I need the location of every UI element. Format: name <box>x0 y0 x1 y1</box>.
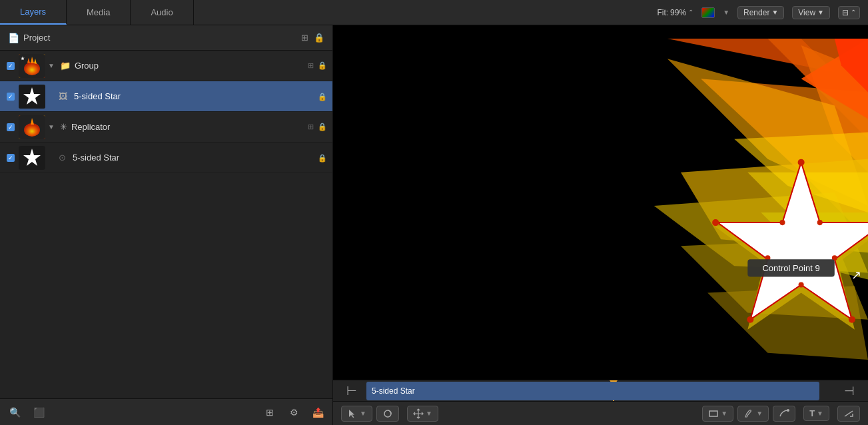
svg-point-30 <box>798 159 805 166</box>
layer-row-5star-2[interactable]: ✓ ⊙ 5-sided Star 🔒 <box>0 143 332 173</box>
layer-info-group: ▼ 📁 Group <box>48 61 305 71</box>
tab-layers[interactable]: Layers <box>0 0 67 25</box>
layer-checkbox-group[interactable]: ✓ <box>5 61 16 71</box>
svg-point-34 <box>712 219 719 226</box>
expand-group[interactable]: ▼ <box>48 62 55 69</box>
layers-panel: 📄 Project ⊞ 🔒 ✓ <box>0 25 333 425</box>
layer-row-5star-1[interactable]: ✓ 🖼 5-sided Star 🔒 <box>0 81 332 112</box>
left-panel-bottom-toolbar: 🔍 ⬛ ⊞ ⚙ 📤 <box>0 398 332 425</box>
svg-point-35 <box>817 220 823 225</box>
pan-tool-btn[interactable]: ▼ <box>407 406 438 422</box>
panel-header: 📄 Project ⊞ 🔒 <box>0 25 332 51</box>
canvas-viewport[interactable]: Control Point 9 ↗ <box>333 25 868 380</box>
pan-tools: ▼ <box>407 406 438 422</box>
svg-point-37 <box>799 282 804 287</box>
svg-point-1 <box>24 62 40 75</box>
canvas-svg: Control Point 9 ↗ <box>333 25 868 380</box>
layer-lock-5star-2[interactable]: 🔒 <box>318 153 327 163</box>
svg-rect-44 <box>709 411 717 416</box>
path-tool-btn[interactable] <box>773 406 795 422</box>
svg-point-39 <box>780 220 785 225</box>
more-tools-btn[interactable] <box>837 406 860 422</box>
layer-info-5star-1: 🖼 5-sided Star <box>59 91 315 101</box>
layout-button[interactable]: ⊟ ⌃ <box>838 6 860 19</box>
toolbar-right: Fit: 99% ⌃ ▼ Render ▼ View ▼ ⊟ ⌃ <box>657 6 868 19</box>
render-button[interactable]: Render ▼ <box>737 6 784 19</box>
top-bar: Layers Media Audio Fit: 99% ⌃ ▼ Render ▼… <box>0 0 868 25</box>
layer-checkbox-5star-1[interactable]: ✓ <box>5 91 16 102</box>
layer-lock-5star-1[interactable]: 🔒 <box>318 92 327 101</box>
grid-button[interactable]: ⊞ <box>260 404 279 421</box>
gear-button[interactable]: ⚙ <box>284 404 303 421</box>
svg-point-32 <box>849 316 855 323</box>
layer-checkbox-replicator[interactable]: ✓ <box>5 122 16 133</box>
color-swatch[interactable] <box>701 7 715 18</box>
canvas-bottom-toolbar: ▼ ▼ ▼ <box>333 401 868 425</box>
select-tool-btn[interactable]: ▼ <box>341 406 372 422</box>
out-point-marker[interactable]: ⊣ <box>844 384 855 398</box>
canvas-area: Control Point 9 ↗ ⊢ ⊣ 5-sided Star <box>333 25 868 425</box>
svg-text:↗: ↗ <box>851 268 861 282</box>
timeline: ⊢ ⊣ 5-sided Star ▼ <box>333 380 868 425</box>
main-area: 📄 Project ⊞ 🔒 ✓ <box>0 25 868 425</box>
layer-row-replicator[interactable]: ✓ <box>0 112 332 143</box>
layer-thumb-5star-2 <box>19 146 45 170</box>
svg-point-9 <box>24 123 40 137</box>
orbit-tool-btn[interactable] <box>376 406 399 422</box>
text-tool-btn[interactable]: T ▼ <box>803 406 829 421</box>
transform-tools: ▼ <box>341 406 399 422</box>
layers-list: ✓ <box>0 51 332 398</box>
svg-point-33 <box>747 316 753 323</box>
timeline-bar-5star[interactable]: 5-sided Star <box>366 382 819 400</box>
layer-info-5star-2: ⊙ 5-sided Star <box>59 153 315 163</box>
view-button[interactable]: View ▼ <box>792 6 830 19</box>
layer-thumb-replicator <box>19 115 45 139</box>
layer-info-replicator: ▼ ✳ Replicator <box>48 122 305 132</box>
layer-lock-replicator[interactable]: ⊞ 🔒 <box>308 123 327 131</box>
paint-tool-btn[interactable]: ▼ <box>737 406 769 422</box>
layers-view-button[interactable]: ⬛ <box>29 404 48 421</box>
export-button[interactable]: 📤 <box>308 404 327 421</box>
layer-row-group[interactable]: ✓ <box>0 51 332 81</box>
panel-title: 📄 Project <box>8 33 50 43</box>
timeline-track[interactable]: ⊢ ⊣ 5-sided Star <box>333 380 868 401</box>
svg-point-45 <box>787 409 789 412</box>
layer-checkbox-5star-2[interactable]: ✓ <box>5 153 16 163</box>
layer-lock-group[interactable]: ⊞ 🔒 <box>308 61 327 70</box>
text-tools: T ▼ <box>803 406 829 421</box>
layer-thumb-5star-1 <box>19 85 45 109</box>
svg-text:Control Point 9: Control Point 9 <box>762 263 819 273</box>
layer-thumb-group <box>19 54 45 78</box>
search-button[interactable]: 🔍 <box>5 404 24 421</box>
in-point-marker[interactable]: ⊢ <box>346 384 357 398</box>
tab-media[interactable]: Media <box>67 0 131 25</box>
tab-audio[interactable]: Audio <box>131 0 193 25</box>
fit-control[interactable]: Fit: 99% ⌃ <box>657 8 693 17</box>
rectangle-tool-btn[interactable]: ▼ <box>702 406 733 422</box>
expand-replicator[interactable]: ▼ <box>48 123 55 131</box>
shape-tools: ▼ ▼ <box>702 406 795 422</box>
panel-header-icons: ⊞ 🔒 <box>301 33 324 43</box>
